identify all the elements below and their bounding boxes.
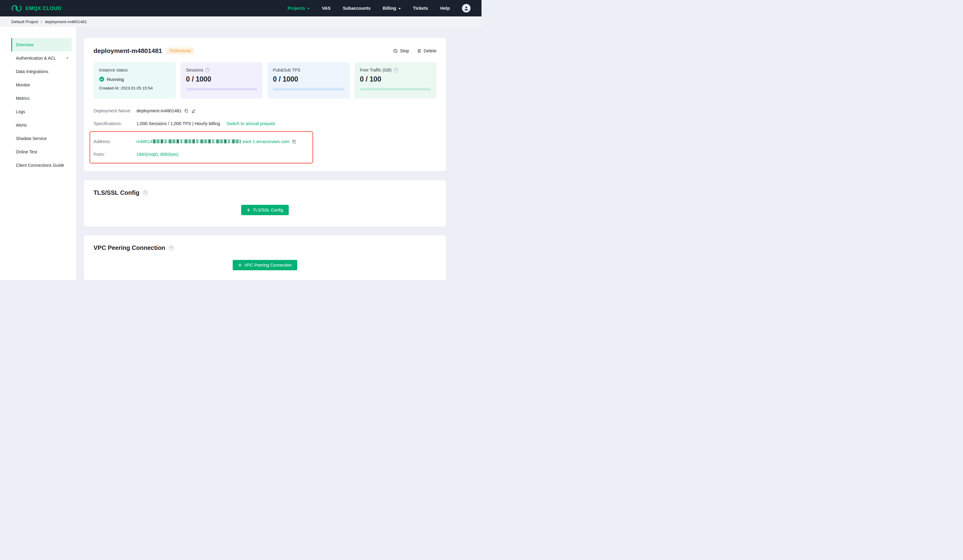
top-nav-menu: Projects VAS Subaccounts Billing Tickets… — [288, 4, 470, 13]
deployment-title-row: deployment-m4801481 Professional Stop — [94, 47, 436, 55]
stats-row: Instance status Running Created At: 2023… — [94, 62, 436, 99]
plus-icon — [247, 208, 250, 212]
sessions-card: Sessions 0 / 1000 — [181, 62, 263, 99]
sidebar-item-shadow-service[interactable]: Shadow Service — [11, 132, 71, 145]
sessions-label: Sessions — [186, 68, 203, 73]
free-traffic-label-row: Free Traffic (GB) — [360, 68, 431, 73]
address-prefix: m48014 — [136, 139, 152, 144]
nav-subaccounts[interactable]: Subaccounts — [343, 6, 371, 11]
sessions-label-row: Sessions — [186, 68, 257, 73]
nav-billing[interactable]: Billing — [383, 6, 401, 11]
sidebar-item-client-connections-guide[interactable]: Client Connections Guide — [11, 159, 71, 172]
add-vpc-peering-button[interactable]: VPC Peering Connection — [233, 260, 297, 270]
check-circle-icon — [99, 76, 104, 82]
pubsub-tps-value: 0 / 1000 — [273, 75, 344, 83]
switch-annual-prepaid-link[interactable]: Switch to annual prepaid — [226, 121, 275, 126]
sidebar-item-label: Client Connections Guide — [16, 163, 64, 168]
brand-name: EMQX CLOUD — [26, 5, 62, 11]
add-tls-ssl-config-button[interactable]: TLS/SSL Config — [241, 205, 289, 215]
breadcrumb-project[interactable]: Default Project — [11, 19, 38, 24]
deployment-name-value: deployment-m4801481 — [136, 108, 182, 113]
created-at: Created At: 2023.01.05 15:54 — [99, 86, 170, 91]
sidebar-item-label: Metrics — [16, 96, 29, 101]
pubsub-tps-label: Pub&Sub TPS — [273, 68, 300, 73]
pubsub-tps-label-row: Pub&Sub TPS — [273, 68, 344, 73]
redacted-address-segment — [153, 139, 241, 143]
sidebar-item-label: Alerts — [16, 123, 27, 128]
add-vpc-peering-label: VPC Peering Connection — [244, 263, 292, 267]
deployment-overview-card: deployment-m4801481 Professional Stop — [84, 38, 446, 172]
sidebar-item-label: Overview — [16, 42, 34, 47]
person-icon — [464, 5, 469, 11]
sidebar-item-online-test[interactable]: Online Test — [11, 145, 71, 159]
sidebar-item-authentication-acl[interactable]: Authentication & ACL — [11, 52, 71, 65]
vpc-peering-title-row: VPC Peering Connection — [94, 244, 436, 251]
sidebar: Overview Authentication & ACL Data Integ… — [0, 27, 76, 280]
sidebar-item-monitor[interactable]: Monitor — [11, 78, 71, 92]
main-content: deployment-m4801481 Professional Stop — [76, 27, 481, 280]
nav-vas-label: VAS — [322, 6, 331, 11]
sidebar-item-data-integrations[interactable]: Data Integrations — [11, 65, 71, 78]
vpc-peering-card: VPC Peering Connection VPC Peering Conne… — [84, 235, 446, 280]
nav-tickets[interactable]: Tickets — [413, 6, 428, 11]
breadcrumb-deployment: deployment-m4801481 — [45, 19, 87, 24]
instance-status-value: Running — [99, 76, 170, 82]
stop-label: Stop — [400, 49, 409, 53]
sidebar-item-logs[interactable]: Logs — [11, 105, 71, 118]
chevron-down-icon — [398, 8, 401, 10]
sidebar-item-alerts[interactable]: Alerts — [11, 118, 71, 132]
free-traffic-label: Free Traffic (GB) — [360, 68, 392, 73]
sidebar-item-overview[interactable]: Overview — [11, 38, 71, 52]
stop-icon — [393, 49, 398, 53]
nav-projects[interactable]: Projects — [288, 6, 310, 11]
connection-highlight-box: Address: m48014-east-1.amazonaws.com Por… — [89, 131, 313, 163]
stop-button[interactable]: Stop — [393, 49, 409, 53]
trash-icon — [417, 49, 422, 53]
nav-billing-label: Billing — [383, 6, 396, 11]
top-navbar: EMQX CLOUD Projects VAS Subaccounts Bill… — [0, 0, 481, 16]
address-row: Address: m48014-east-1.amazonaws.com — [94, 139, 308, 144]
address-value-wrap: m48014-east-1.amazonaws.com — [136, 139, 296, 144]
vpc-peering-body: VPC Peering Connection — [94, 260, 436, 270]
deployment-name-row: Deployment Name: deployment-m4801481 — [94, 108, 436, 114]
breadcrumb: Default Project / deployment-m4801481 — [0, 16, 481, 27]
pubsub-tps-card: Pub&Sub TPS 0 / 1000 — [268, 62, 350, 99]
sidebar-item-metrics[interactable]: Metrics — [11, 92, 71, 105]
nav-subaccounts-label: Subaccounts — [343, 6, 371, 11]
free-traffic-card: Free Traffic (GB) 0 / 100 — [355, 62, 437, 99]
help-icon[interactable] — [205, 68, 210, 73]
address-suffix: -east-1.amazonaws.com — [241, 139, 289, 144]
delete-label: Delete — [424, 49, 436, 53]
sidebar-item-label: Monitor — [16, 83, 30, 87]
specifications-value-wrap: 1,000 Sessions / 1,000 TPS | Hourly bill… — [136, 121, 275, 126]
emqx-cloud-logo[interactable]: EMQX CLOUD — [11, 4, 62, 12]
help-icon[interactable] — [143, 190, 148, 196]
tls-ssl-config-card: TLS/SSL Config TLS/SSL Config — [84, 180, 446, 227]
status-running-text: Running — [107, 77, 124, 82]
sidebar-item-label: Shadow Service — [16, 136, 47, 141]
help-icon[interactable] — [169, 245, 174, 251]
delete-button[interactable]: Delete — [417, 49, 436, 53]
address-label: Address: — [94, 139, 136, 144]
ports-value: 1883(mqtt), 8083(ws) — [136, 152, 178, 157]
vpc-peering-title: VPC Peering Connection — [94, 244, 165, 251]
chevron-down-icon — [307, 8, 310, 10]
deployment-name-value-wrap: deployment-m4801481 — [136, 108, 196, 113]
nav-help[interactable]: Help — [440, 6, 450, 11]
help-icon[interactable] — [394, 68, 398, 73]
edit-icon[interactable] — [191, 108, 196, 113]
sidebar-item-label: Online Test — [16, 149, 37, 154]
nav-help-label: Help — [440, 6, 450, 11]
copy-icon[interactable] — [292, 139, 296, 144]
instance-status-card: Instance status Running Created At: 2023… — [94, 62, 176, 99]
user-avatar[interactable] — [462, 4, 470, 13]
nav-vas[interactable]: VAS — [322, 6, 331, 11]
sessions-progress-bar — [186, 88, 257, 91]
sessions-value: 0 / 1000 — [186, 75, 257, 83]
add-tls-ssl-config-label: TLS/SSL Config — [253, 207, 283, 212]
free-traffic-value: 0 / 100 — [360, 75, 431, 83]
chevron-down-icon — [66, 58, 68, 59]
tls-ssl-title-row: TLS/SSL Config — [94, 189, 436, 196]
tls-ssl-body: TLS/SSL Config — [94, 205, 436, 215]
copy-icon[interactable] — [184, 108, 188, 113]
